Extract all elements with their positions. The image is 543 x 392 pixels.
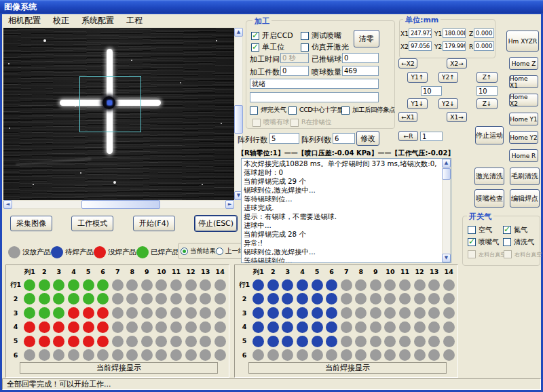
- grid-col-header: 13: [427, 268, 442, 277]
- weld-status-dot: [185, 307, 197, 319]
- jog-y1-down-button[interactable]: Y1↓: [407, 98, 428, 109]
- brush-clean-button[interactable]: 毛刷清洗: [510, 168, 540, 185]
- checkbox-nitrogen[interactable]: 氮气: [503, 225, 527, 235]
- menu-item-0[interactable]: 相机配置: [2, 14, 47, 26]
- weld-status-dot: [370, 279, 381, 291]
- checkbox-test-nozzle[interactable]: 测试喷嘴: [301, 31, 341, 41]
- laser-clean-button[interactable]: 激光清洗: [474, 168, 504, 185]
- scroll-left-icon[interactable]: ◄: [3, 200, 12, 209]
- home-z-button[interactable]: Home Z: [509, 57, 538, 70]
- home-x1-button[interactable]: Home X1: [509, 75, 538, 88]
- radio-current-result[interactable]: 当前结果: [181, 247, 216, 256]
- home-y1-button[interactable]: Home Y1: [509, 113, 538, 125]
- camera-vscroll-thumb[interactable]: [234, 105, 243, 134]
- weld-status-dot: [141, 307, 153, 319]
- menu-item-2[interactable]: 系统配置: [75, 14, 120, 26]
- modify-button[interactable]: 修改: [356, 131, 379, 146]
- checkbox-air[interactable]: 空气: [468, 225, 492, 235]
- home-xyzr-button[interactable]: Hm XYZR: [506, 31, 539, 52]
- grid-row-labels: 行123456: [8, 278, 23, 363]
- jog-y2-up-button[interactable]: Y2↑: [438, 72, 458, 83]
- axis-x2-field[interactable]: 97.056: [409, 41, 432, 51]
- scroll-up-icon[interactable]: ▲: [442, 159, 451, 168]
- capture-image-button[interactable]: 采集图像: [10, 216, 52, 231]
- stop-motion-button[interactable]: 停止运动: [475, 126, 504, 144]
- log-vscrollbar[interactable]: ▲ ▼: [442, 159, 451, 262]
- scroll-up-icon[interactable]: ▲: [234, 28, 243, 37]
- jog-y1-up-button[interactable]: Y1↑: [407, 72, 428, 83]
- jog-x2-minus-button[interactable]: ←X2: [398, 58, 417, 68]
- camera-hscroll-thumb[interactable]: [81, 200, 160, 209]
- checkbox-sim-laser[interactable]: 仿真开激光: [301, 42, 349, 52]
- checkbox-return-after[interactable]: 加工后回停象点: [341, 106, 395, 115]
- axis-x1-field[interactable]: 247.972: [409, 28, 432, 38]
- edit-weld-points-button[interactable]: 编辑焊点: [510, 189, 540, 208]
- camera-view[interactable]: [3, 28, 234, 200]
- array-cols-field[interactable]: 6: [333, 133, 355, 144]
- grid-row-header: 6: [237, 349, 252, 363]
- camera-hscrollbar[interactable]: ◄ ►: [3, 200, 234, 209]
- checkbox-icon: [503, 226, 511, 234]
- axis-z-field[interactable]: 0.000: [474, 28, 494, 38]
- weld-status-dot: [414, 321, 426, 333]
- jog-z-down-button[interactable]: Z↓: [476, 98, 498, 109]
- ready-status-field[interactable]: 就绪: [250, 79, 379, 89]
- jog-r-minus-button[interactable]: ←R: [398, 131, 418, 141]
- axis-y1-field[interactable]: 180.008: [443, 28, 466, 38]
- jog-z-up-button[interactable]: Z↑: [476, 72, 498, 83]
- jog-x1-plus-button[interactable]: X1→: [447, 112, 467, 122]
- stop-button[interactable]: 停止(ESC): [195, 216, 237, 231]
- weld-status-dot: [384, 321, 396, 333]
- jog-x1-minus-button[interactable]: ←X1: [398, 112, 417, 122]
- axis-r-field[interactable]: 0.000: [474, 41, 494, 51]
- jog-step-z-field[interactable]: 10: [476, 86, 498, 96]
- jog-y2-down-button[interactable]: Y2↓: [438, 98, 458, 109]
- clear-button[interactable]: 清零: [354, 30, 379, 47]
- checkbox-single-station[interactable]: 单工位: [251, 42, 284, 52]
- jog-step-xy-field[interactable]: 10: [421, 86, 442, 96]
- checkbox-ccd-cross[interactable]: CCD中心十字显示: [288, 106, 349, 115]
- weld-status-dot: [443, 349, 455, 361]
- home-r-button[interactable]: Home R: [509, 149, 538, 162]
- piece-count-field[interactable]: 0: [280, 66, 309, 76]
- legend-item: 没放产品: [8, 246, 51, 258]
- weld-status-dot: [170, 279, 182, 291]
- spray-count-field[interactable]: 469: [342, 66, 379, 76]
- axis-y2-field[interactable]: 179.999: [443, 41, 466, 51]
- axis-x1-label: X1: [400, 31, 409, 37]
- checkbox-weld-gas-off[interactable]: 焊完关气: [250, 106, 286, 115]
- weld-status-dot: [384, 336, 396, 347]
- weld-status-dot: [141, 279, 153, 291]
- weld-status-dot: [370, 336, 381, 347]
- secondary-status-field[interactable]: [250, 92, 379, 102]
- scroll-right-icon[interactable]: ►: [225, 200, 234, 209]
- log-vscroll-thumb[interactable]: [442, 168, 451, 180]
- grid-col-header: 2: [37, 268, 52, 277]
- checkbox-clean-gas[interactable]: 清洗气: [503, 237, 534, 247]
- weld-status-dot: [53, 293, 64, 305]
- roi-rectangle: [79, 76, 141, 132]
- log-textarea[interactable]: 本次焊接完成10828 ms。单个焊锡时间 373 ms,堵锡次数:0,落球超时…: [241, 158, 451, 263]
- process-time-field[interactable]: 0 秒: [280, 53, 309, 63]
- jog-x2-plus-button[interactable]: X2→: [447, 58, 467, 68]
- checkbox-nozzle-gas[interactable]: 喷嘴气: [468, 237, 499, 247]
- scroll-down-icon[interactable]: ▼: [442, 254, 451, 262]
- home-x2-button[interactable]: Home X2: [509, 94, 538, 106]
- result-radio-panel: 当前结果 上一结果: [178, 243, 244, 259]
- menu-item-3[interactable]: 工程: [120, 14, 149, 26]
- jog-step-r-field[interactable]: 1: [420, 132, 443, 141]
- checkbox-open-ccd[interactable]: 开启CCD: [251, 31, 293, 41]
- menu-item-1[interactable]: 校正: [47, 14, 75, 26]
- title-bar[interactable]: 图像系统: [0, 0, 543, 14]
- weld-status-dot: [326, 321, 337, 333]
- work-mode-button[interactable]: 工作模式: [71, 216, 113, 231]
- weld-status-dot: [443, 336, 455, 347]
- start-button[interactable]: 开始(F4): [133, 216, 175, 231]
- weld-status-dot: [83, 293, 94, 305]
- home-y2-button[interactable]: Home Y2: [509, 131, 538, 144]
- weld-status-dot: [341, 307, 352, 319]
- camera-noise-specks: [8, 63, 10, 64]
- nozzle-check-button[interactable]: 喷嘴检查: [474, 189, 504, 208]
- pushed-balls-field[interactable]: 0: [342, 53, 379, 63]
- array-rows-field[interactable]: 5: [269, 133, 299, 144]
